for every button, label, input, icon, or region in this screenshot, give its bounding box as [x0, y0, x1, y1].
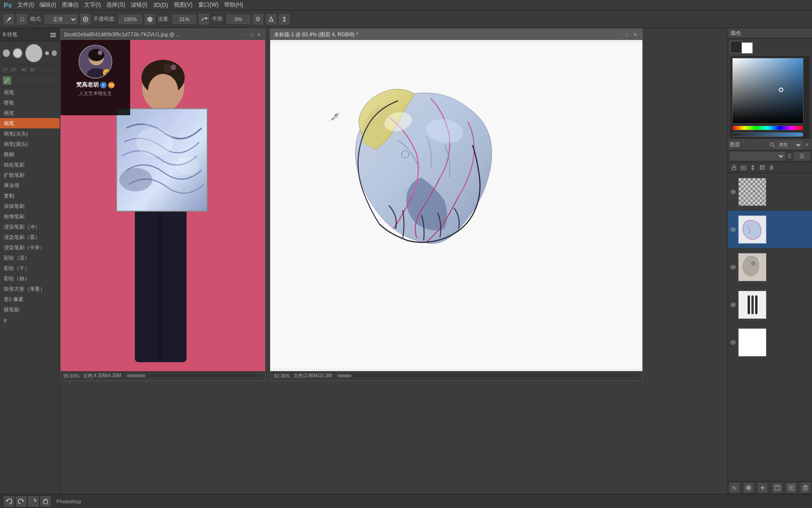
brush-item-0[interactable]: 画笔: [0, 87, 60, 97]
smooth-settings-icon[interactable]: ⚙: [253, 14, 263, 24]
layer-mask-btn[interactable]: [744, 483, 753, 492]
layer-type-filter[interactable]: 类型 名称 效果: [777, 141, 803, 149]
menu-item-filter[interactable]: 滤镜(I): [131, 1, 147, 9]
layer-visibility-1[interactable]: [730, 190, 736, 194]
background-color[interactable]: [742, 42, 753, 54]
symmetry-icon[interactable]: [279, 14, 289, 24]
brush-item-9[interactable]: 厚涂用: [0, 180, 60, 190]
layer-item-2[interactable]: [728, 211, 812, 248]
brush-item-6[interactable]: 模糊: [0, 149, 60, 159]
brush-edit-icon[interactable]: [3, 76, 11, 85]
menu-item-help[interactable]: 帮助(H): [224, 1, 243, 9]
mode-select[interactable]: 正常 正片叠底 叠加: [45, 15, 78, 24]
layer-adjustment-btn[interactable]: [758, 483, 767, 492]
brush-item-13[interactable]: 浸染笔刷（冲）: [0, 222, 60, 232]
menu-item-file[interactable]: 文件(I): [17, 1, 34, 9]
brush-item-7[interactable]: 锐化笔刷: [0, 159, 60, 170]
canvas-close-btn[interactable]: ✕: [632, 31, 639, 38]
delete-layer-btn[interactable]: [40, 496, 51, 507]
layers-options-icon[interactable]: ≡: [804, 142, 810, 148]
menu-item-view[interactable]: 视图(V): [174, 1, 193, 9]
layer-new-btn[interactable]: [787, 483, 796, 492]
brush-preset-med[interactable]: [52, 50, 57, 56]
menu-item-edit[interactable]: 编辑(I): [39, 1, 56, 9]
lock-image-icon[interactable]: [739, 163, 748, 172]
layer-item-1[interactable]: [728, 173, 812, 211]
eraser-tool-icon[interactable]: ◻: [17, 14, 27, 24]
opacity-icon[interactable]: ⬤: [145, 14, 155, 24]
ref-scrollbar-thumb[interactable]: [127, 374, 146, 377]
flow-input[interactable]: 31%: [172, 15, 196, 24]
menu-item-text[interactable]: 文字(I): [84, 1, 101, 9]
canvas-scrollbar-h[interactable]: [337, 374, 637, 377]
brush-item-10[interactable]: 复制: [0, 190, 60, 201]
menu-item-image[interactable]: 图像(I): [62, 1, 78, 9]
brush-item-5[interactable]: 画笔(圆头): [0, 139, 60, 149]
undo-btn[interactable]: [4, 496, 14, 507]
layer-item-3[interactable]: [728, 248, 812, 286]
foreground-color[interactable]: [730, 40, 743, 54]
lock-full-icon[interactable]: [767, 163, 776, 172]
airbrush-icon[interactable]: [199, 14, 209, 24]
layers-search-icon[interactable]: [769, 142, 776, 148]
ref-close-btn[interactable]: ✕: [256, 31, 262, 38]
brush-preset-large[interactable]: [25, 44, 42, 62]
layer-fx-btn[interactable]: fx: [730, 483, 739, 492]
canvas-minimize-btn[interactable]: －: [615, 31, 622, 38]
smooth-input[interactable]: 0%: [226, 15, 250, 24]
canvas-maximize-btn[interactable]: □: [624, 31, 630, 38]
brush-preset-small[interactable]: [3, 49, 10, 57]
blend-mode-select[interactable]: 正常: [730, 152, 785, 160]
pen-pressure-icon[interactable]: [266, 14, 276, 24]
canvas-scrollbar-thumb[interactable]: [337, 374, 351, 377]
brush-item-14[interactable]: 浸染笔刷（震）: [0, 232, 60, 242]
layer-visibility-2[interactable]: [730, 227, 736, 232]
menu-item-window[interactable]: 窗口(W): [198, 1, 219, 9]
alpha-slider[interactable]: [732, 132, 804, 137]
brush-settings-icon[interactable]: [80, 14, 91, 24]
ref-minimize-btn[interactable]: －: [242, 31, 249, 38]
brush-item-2[interactable]: 画笔: [0, 108, 60, 118]
menu-item-select[interactable]: 选择(S): [106, 1, 125, 9]
brush-item-1[interactable]: 喷枪: [0, 97, 60, 108]
brush-tool-icon[interactable]: [4, 14, 14, 24]
color-gradient-field[interactable]: [732, 58, 804, 124]
brush-item-18[interactable]: 彩绘（烛）: [0, 273, 60, 284]
brush-item-16[interactable]: 彩绘（湿）: [0, 253, 60, 263]
brush-item-12[interactable]: 粉饰笔刷: [0, 211, 60, 222]
canvas-content[interactable]: [270, 40, 642, 371]
layer-visibility-5[interactable]: [730, 340, 736, 345]
menu-item-3d[interactable]: 3D(D): [153, 2, 168, 8]
ref-maximize-btn[interactable]: □: [249, 31, 256, 38]
brush-item-4[interactable]: 画笔(尖头): [0, 128, 60, 139]
redo-btn[interactable]: [16, 496, 26, 507]
brush-item-17[interactable]: 彩绘（干）: [0, 263, 60, 273]
brush-item-20[interactable]: 形1 像素: [0, 294, 60, 304]
lock-pos-icon[interactable]: [749, 163, 757, 172]
brush-item-21[interactable]: 模笔刷: [0, 304, 60, 315]
lock-artboard-icon[interactable]: [758, 163, 766, 172]
layer-visibility-4[interactable]: [730, 302, 736, 307]
brush-item-19[interactable]: 矩形方形（厚量）: [0, 284, 60, 294]
ref-scrollbar-track[interactable]: [127, 374, 260, 377]
rotate-btn[interactable]: [28, 496, 39, 507]
brush-preset-tiny[interactable]: [45, 51, 49, 55]
brush-item-3[interactable]: 画笔: [0, 118, 60, 128]
brush-preset-active[interactable]: [13, 48, 23, 58]
svg-point-2: [205, 17, 207, 19]
ref-zoom: 95.93%: [63, 373, 79, 379]
brush-item-11[interactable]: 涂抹笔刷: [0, 201, 60, 211]
brush-item-15[interactable]: 浸染笔刷（卡斧）: [0, 242, 60, 253]
hue-slider[interactable]: [732, 126, 804, 130]
opacity-layers-input[interactable]: [794, 152, 810, 160]
layer-item-5[interactable]: [728, 324, 812, 361]
lock-all-icon[interactable]: [730, 163, 738, 172]
brush-options-icon[interactable]: [49, 31, 57, 39]
brush-item-8[interactable]: 扩散笔刷: [0, 170, 60, 180]
layer-delete-btn[interactable]: [801, 483, 810, 492]
opacity-input[interactable]: 100%: [118, 15, 142, 24]
svg-point-35: [743, 167, 744, 169]
layer-visibility-3[interactable]: [730, 265, 736, 270]
layer-group-btn[interactable]: [773, 483, 782, 492]
layer-item-4[interactable]: [728, 286, 812, 324]
